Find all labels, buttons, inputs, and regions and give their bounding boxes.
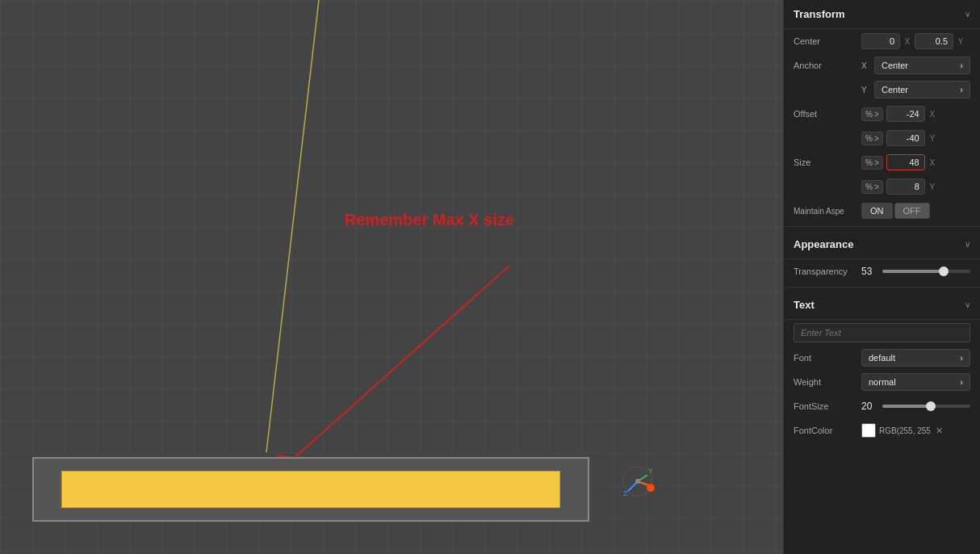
svg-point-11 <box>635 479 640 484</box>
anchor-y-arrow: › <box>960 85 963 94</box>
size-y-axis: Y <box>928 183 936 191</box>
size-y-pct-btn[interactable]: % > <box>861 180 883 194</box>
center-y-axis: Y <box>957 37 965 46</box>
offset-label: Offset <box>794 109 858 119</box>
maintain-aspect-row: Maintain Aspe ON OFF <box>784 199 980 223</box>
offset-y-row: % > Y <box>784 126 980 150</box>
transparency-slider-track[interactable] <box>882 270 970 273</box>
anchor-y-axis-label: Y <box>861 86 871 94</box>
text-input-row <box>784 320 980 346</box>
right-panel: Transform ∨ Center X Y Anchor X Center ›… <box>783 0 980 554</box>
offset-x-pct-btn[interactable]: % > <box>861 107 883 121</box>
font-label: Font <box>794 353 858 363</box>
toggle-on-btn[interactable]: ON <box>861 203 893 219</box>
offset-x-row: Offset % > X <box>784 102 980 126</box>
transparency-value: 53 <box>861 266 877 277</box>
size-x-axis: X <box>928 158 936 167</box>
anchor-x-dropdown[interactable]: Center › <box>874 57 970 74</box>
size-arrow1: > <box>874 158 879 167</box>
fontsize-slider-container: 20 <box>861 401 970 412</box>
text-input[interactable] <box>794 323 970 342</box>
anchor-y-dropdown[interactable]: Center › <box>874 81 970 99</box>
fontsize-slider-fill <box>882 405 931 408</box>
font-dropdown[interactable]: default › <box>861 349 970 367</box>
svg-text:Z: Z <box>623 489 628 497</box>
center-row: Center X Y <box>784 29 980 53</box>
size-y-input[interactable] <box>886 178 925 195</box>
weight-label: Weight <box>794 377 858 387</box>
canvas-area: Remember Max X size Z Y X <box>0 0 783 554</box>
fontsize-value: 20 <box>861 401 877 412</box>
anchor-label: Anchor <box>794 61 858 70</box>
size-x-pct-btn[interactable]: % > <box>861 156 883 170</box>
font-arrow: › <box>960 353 963 363</box>
text-chevron: ∨ <box>965 300 970 309</box>
transform-section-header[interactable]: Transform ∨ <box>784 0 980 29</box>
center-y-input[interactable] <box>915 33 953 49</box>
offset-x-input[interactable] <box>886 106 925 122</box>
fontsize-label: FontSize <box>794 401 858 411</box>
size-x-row: Size % > X <box>784 150 980 174</box>
anchor-x-value: Center <box>882 61 908 70</box>
appearance-section-header[interactable]: Appearance ∨ <box>784 230 980 259</box>
offset-x-group: % > X <box>861 106 970 122</box>
font-value: default <box>869 353 895 363</box>
weight-arrow: › <box>960 377 963 387</box>
center-label: Center <box>794 36 858 46</box>
center-x-input[interactable] <box>861 33 900 49</box>
transform-chevron: ∨ <box>965 10 970 19</box>
size-x-input[interactable] <box>886 154 925 170</box>
weight-value: normal <box>869 377 896 387</box>
text-section-header[interactable]: Text ∨ <box>784 291 980 320</box>
offset-y-axis: Y <box>928 134 936 143</box>
size-y-group: % > Y <box>861 178 970 195</box>
fontsize-slider-track[interactable] <box>882 405 970 408</box>
font-row: Font default › <box>784 346 980 370</box>
offset-pct2: % <box>865 134 873 143</box>
offset-arrow1: > <box>874 110 879 119</box>
toggle-group: ON OFF <box>861 203 930 219</box>
anchor-row: Anchor X Center › <box>784 53 980 78</box>
weight-dropdown[interactable]: normal › <box>861 373 970 391</box>
size-pct2: % <box>865 183 873 191</box>
size-y-row: % > Y <box>784 174 980 199</box>
appearance-title: Appearance <box>794 238 853 250</box>
fontcolor-value: RGB(255, 255 <box>879 426 931 435</box>
appearance-chevron: ∨ <box>965 240 970 249</box>
anchor-y-value: Center <box>882 85 908 94</box>
center-x-axis: X <box>903 37 911 46</box>
fontcolor-clear-btn[interactable]: ✕ <box>934 426 944 436</box>
canvas-text-element[interactable] <box>32 457 589 522</box>
size-pct1: % <box>865 158 873 167</box>
transparency-slider-thumb <box>939 267 949 276</box>
offset-arrow2: > <box>874 134 879 143</box>
fontsize-slider-thumb <box>926 401 936 411</box>
svg-text:X: X <box>648 485 653 493</box>
offset-y-input[interactable] <box>886 130 925 146</box>
separator-2 <box>784 287 980 287</box>
size-label: Size <box>794 157 858 167</box>
transparency-slider-fill <box>882 270 944 273</box>
fontsize-row: FontSize 20 <box>784 394 980 418</box>
anchor-y-group: Y Center › <box>861 81 970 99</box>
transparency-row: Transparency 53 <box>784 259 980 283</box>
svg-text:Y: Y <box>648 467 653 475</box>
center-value-group: X Y <box>861 33 970 49</box>
offset-pct1: % <box>865 110 873 119</box>
anchor-x-axis-label: X <box>861 61 871 70</box>
size-arrow2: > <box>874 183 879 191</box>
toggle-off-btn[interactable]: OFF <box>894 203 930 219</box>
separator-1 <box>784 226 980 227</box>
transparency-slider-container: 53 <box>861 266 970 277</box>
transform-title: Transform <box>794 8 845 20</box>
anchor-x-arrow: › <box>960 61 963 70</box>
canvas-text-inner <box>61 471 559 508</box>
offset-y-pct-btn[interactable]: % > <box>861 132 883 145</box>
fontcolor-group: RGB(255, 255 ✕ <box>861 423 970 438</box>
offset-x-axis: X <box>928 110 936 119</box>
gizmo: Z Y X <box>614 457 662 506</box>
fontcolor-swatch[interactable] <box>861 423 876 438</box>
maintain-label: Maintain Aspe <box>794 207 858 216</box>
anchor-y-row: Y Center › <box>784 78 980 102</box>
weight-row: Weight normal › <box>784 370 980 394</box>
